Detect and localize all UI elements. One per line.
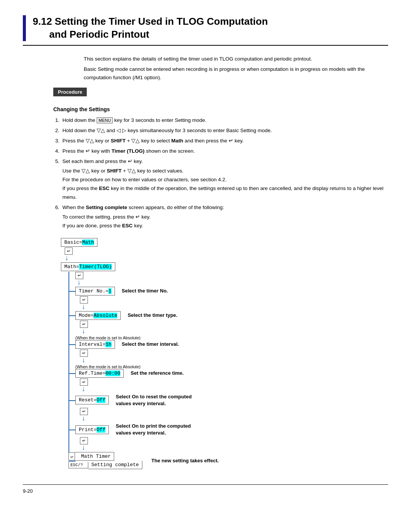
diagram-row-3: Timer No.=1 Select the timer No. <box>75 287 388 296</box>
enter-key-5: ↵ <box>80 350 88 357</box>
label-3: Select the timer No. <box>122 288 168 294</box>
box7-highlight: Off <box>97 397 105 403</box>
label-4: Select the timer type. <box>127 312 177 319</box>
label-7-text: Select On to reset the computed <box>116 394 191 399</box>
h-connector-6 <box>68 373 75 374</box>
box9-line2: Setting complete <box>91 462 139 468</box>
box5-highlight: 1h <box>105 342 112 347</box>
label-7-text2: values every interval. <box>116 401 166 406</box>
esc-label-text: ESC/? <box>70 463 83 467</box>
label-6: Set the reference time. <box>131 370 183 377</box>
arrow-8: ↓ <box>81 444 86 452</box>
box3-highlight: 1 <box>108 288 112 294</box>
h-connector-4 <box>68 315 75 316</box>
step-6: When the Setting complete screen appears… <box>61 203 388 230</box>
diagram-row-8: Print=Off Select On to print the compute… <box>75 423 388 436</box>
enter-3-wrapper: ↵ ↓ <box>80 296 388 310</box>
box-reftime: Ref.Time=00:00 <box>75 369 124 378</box>
enter-key-6: ↵ <box>80 379 88 386</box>
intro-para-1: This section explains the details of set… <box>84 55 388 63</box>
diagram-row-9: ↵ Math Timer ESC/? Setting complete <box>68 452 388 469</box>
diagram: Basic=Math ↵ ↓ Math=Timer(TLOG) ↵ ↓ <box>61 238 388 470</box>
box2-highlight: Timer(TLOG) <box>79 264 112 270</box>
page: 9.12 Setting the Timer Used in TLOG Comp… <box>0 0 411 532</box>
step-4: Press the ↵ key with Timer (TLOG) shown … <box>61 147 388 156</box>
section-bar <box>23 15 26 41</box>
enter-key-1: ↵ <box>65 248 73 255</box>
box1-highlight: Math <box>82 240 94 245</box>
bottom-section: 9-20 <box>23 484 388 494</box>
enter-key-2: ↵ <box>75 272 83 279</box>
label-8-text2: values every interval. <box>116 430 166 436</box>
diagram-row-5: Interval=1h Select the timer interval. <box>75 340 388 349</box>
diagram-row-7: Reset=Off Select On to reset the compute… <box>75 393 388 407</box>
box9-line1: Math Timer <box>81 454 111 459</box>
branch-section: ↵ ↓ Timer No.=1 Select the timer No. ↵ <box>68 272 388 470</box>
label-5: Select the timer interval. <box>122 341 179 348</box>
enter-2-wrapper: ↵ ↓ <box>75 272 388 286</box>
arrow-7: ↓ <box>81 415 86 422</box>
enter-6-wrapper: ↵ ↓ <box>80 379 388 393</box>
title-text: 9.12 Setting the Timer Used in TLOG Comp… <box>33 15 268 41</box>
note-5: (When the mode is set to Absolute) <box>75 335 388 340</box>
box6-highlight: 00:00 <box>105 371 120 376</box>
note-6: (When the mode is set to Absolute) <box>75 364 388 369</box>
intro-para-2: Basic Setting mode cannot be entered whe… <box>84 65 388 81</box>
box-reset: Reset=Off <box>75 396 109 404</box>
enter-7-wrapper: ↵ ↓ <box>80 408 388 422</box>
page-number: 9-20 <box>23 488 33 494</box>
enter-5-wrapper: ↵ ↓ <box>80 350 388 364</box>
title-line2: and Periodic Printout <box>49 29 149 40</box>
box8-highlight: Off <box>97 427 105 433</box>
arrow-4: ↓ <box>81 328 86 335</box>
section-number: 9.12 <box>33 16 52 27</box>
label-6-text: Set the reference time. <box>131 370 183 376</box>
enter-key-3: ↵ <box>80 296 88 304</box>
menu-key: MENU <box>97 117 113 123</box>
section-header: 9.12 Setting the Timer Used in TLOG Comp… <box>23 15 388 46</box>
section-title: 9.12 Setting the Timer Used in TLOG Comp… <box>33 15 268 41</box>
esc-prefix: ↵ <box>68 452 75 460</box>
box-complete-line2: Setting complete <box>88 461 142 469</box>
enter-4-wrapper: ↵ ↓ <box>80 321 388 335</box>
box-timer-no: Timer No.=1 <box>75 287 115 296</box>
box-interval: Interval=1h <box>75 340 115 349</box>
step-5: Set each item and press the ↵ key. Use t… <box>61 157 388 202</box>
arrow-5: ↓ <box>81 356 86 364</box>
esc-label-box: ESC/? <box>68 462 88 468</box>
enter-key-7: ↵ <box>80 408 88 415</box>
step-1: Hold down the MENU key for 3 seconds to … <box>61 116 388 125</box>
label-8-text: Select On to print the computed <box>116 423 191 429</box>
diagram-row-4: Mode=Absolute Select the timer type. <box>75 311 388 320</box>
diagram-row-6: Ref.Time=00:00 Set the reference time. <box>75 369 388 378</box>
label-3-text: Select the timer No. <box>122 288 168 294</box>
box-mode: Mode=Absolute <box>75 311 121 320</box>
step-2: Hold down the ▽△ and ◁ ▷ keys simultaneo… <box>61 126 388 135</box>
arrow-1: ↓ <box>65 255 69 262</box>
diagram-row-2: Math=Timer(TLOG) <box>61 262 388 271</box>
arrow-2: ↓ <box>77 279 81 286</box>
label-8: Select On to print the computed values e… <box>116 423 191 436</box>
label-9-text: The new setting takes effect. <box>151 458 219 463</box>
diagram-row-1: Basic=Math <box>61 238 388 247</box>
box-math-timer-complete: Math Timer <box>75 452 114 461</box>
h-connector-8 <box>68 430 75 430</box>
box-print: Print=Off <box>75 425 109 434</box>
box-basic-math: Basic=Math <box>61 238 97 247</box>
box4-highlight: Absolute <box>94 313 117 318</box>
h-connector-7 <box>68 400 75 401</box>
subsection-title: Changing the Settings <box>53 106 388 112</box>
procedure-section: Procedure Changing the Settings Hold dow… <box>53 88 388 230</box>
steps-list: Hold down the MENU key for 3 seconds to … <box>61 116 388 230</box>
arrow-3: ↓ <box>81 303 86 311</box>
enter-1-row: ↵ ↓ <box>65 248 388 262</box>
intro-text: This section explains the details of set… <box>84 55 388 82</box>
enter-key-4: ↵ <box>80 321 88 328</box>
label-5-text: Select the timer interval. <box>122 341 179 347</box>
procedure-label: Procedure <box>53 88 87 96</box>
h-connector-5 <box>68 344 75 345</box>
h-connector-3 <box>68 291 75 292</box>
title-line1: Setting the Timer Used in TLOG Computati… <box>55 16 268 27</box>
box-math-timer: Math=Timer(TLOG) <box>61 262 115 271</box>
label-7: Select On to reset the computed values e… <box>116 393 191 407</box>
